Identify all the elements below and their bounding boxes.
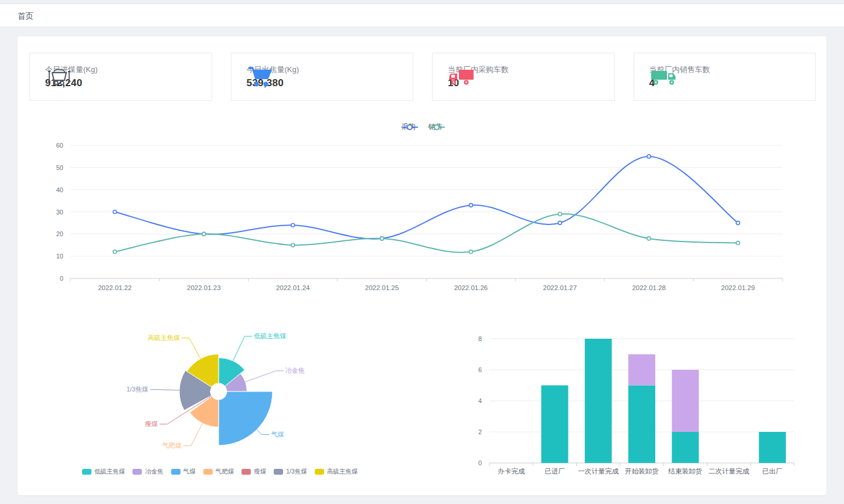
stat-cards-row: 今日进煤量(Kg) 912,240 今日出焦量(Kg) 539,380 [29, 53, 816, 101]
svg-text:1/3焦煤: 1/3焦煤 [127, 386, 148, 393]
legend-label: 高硫主焦煤 [327, 468, 358, 476]
svg-text:气肥煤: 气肥煤 [162, 442, 182, 449]
svg-text:2022.01.27: 2022.01.27 [543, 284, 577, 291]
purchase-sales-line-chart: 01020304050602022.01.222022.01.232022.01… [18, 135, 826, 299]
svg-text:高硫主焦煤: 高硫主焦煤 [148, 334, 180, 341]
svg-text:40: 40 [56, 186, 63, 193]
legend-label: 气肥煤 [216, 468, 234, 476]
pie-legend-item[interactable]: 低硫主焦煤 [82, 468, 125, 476]
svg-text:8: 8 [478, 335, 482, 342]
legend-swatch [82, 469, 91, 475]
legend-item-purchase[interactable]: 采购 [401, 122, 416, 132]
pie-legend-item[interactable]: 瘦煤 [241, 468, 266, 476]
svg-text:20: 20 [56, 230, 63, 237]
stat-card-sales-trucks: 当前厂内销售车数 4 [634, 53, 816, 101]
svg-text:2022.01.25: 2022.01.25 [365, 284, 399, 291]
legend-swatch [132, 469, 142, 475]
svg-text:50: 50 [56, 164, 63, 171]
breadcrumb[interactable]: 首页 [18, 11, 33, 22]
legend-label: 冶金焦 [145, 468, 164, 476]
coal-type-rose-chart: 低硫主焦煤冶金焦气煤气肥煤瘦煤1/3焦煤高硫主焦煤 [29, 297, 440, 467]
svg-text:一次计量完成: 一次计量完成 [578, 468, 619, 475]
svg-text:10: 10 [56, 253, 63, 260]
truck-inbound-icon [448, 66, 476, 87]
stat-card-coal-in: 今日进煤量(Kg) 912,240 [29, 53, 212, 101]
svg-text:0: 0 [60, 275, 63, 282]
legend-label: 瘦煤 [254, 468, 266, 476]
legend-item-sales[interactable]: 销售 [428, 122, 443, 132]
truck-outbound-icon [649, 66, 678, 87]
svg-text:30: 30 [56, 209, 63, 216]
svg-text:2022.01.26: 2022.01.26 [454, 284, 488, 291]
svg-text:已进厂: 已进厂 [544, 468, 565, 475]
svg-text:低硫主焦煤: 低硫主焦煤 [254, 332, 286, 339]
shopping-cart-icon [247, 65, 274, 88]
svg-text:2022.01.24: 2022.01.24 [276, 284, 310, 291]
svg-text:0: 0 [478, 459, 482, 466]
svg-text:2022.01.28: 2022.01.28 [632, 284, 666, 291]
svg-text:60: 60 [56, 142, 63, 149]
svg-text:2022.01.22: 2022.01.22 [98, 284, 132, 291]
legend-swatch [203, 469, 213, 475]
pie-chart-legend: 低硫主焦煤冶金焦气煤气肥煤瘦煤1/3焦煤高硫主焦煤 [29, 468, 410, 476]
legend-label: 1/3焦煤 [286, 468, 307, 476]
svg-text:二次计量完成: 二次计量完成 [709, 468, 750, 475]
stat-card-purchase-trucks: 当前厂内采购车数 10 [432, 53, 615, 101]
pie-legend-item[interactable]: 高硫主焦煤 [315, 468, 358, 476]
pie-legend-item[interactable]: 冶金焦 [132, 468, 164, 476]
svg-text:开始装卸货: 开始装卸货 [625, 468, 659, 475]
legend-swatch [274, 469, 283, 475]
breadcrumb-bar: 首页 [0, 4, 844, 26]
svg-text:4: 4 [478, 397, 482, 404]
legend-label: 气煤 [183, 468, 196, 476]
svg-text:已出厂: 已出厂 [763, 468, 783, 475]
svg-text:6: 6 [478, 366, 482, 373]
legend-label: 低硫主焦煤 [94, 468, 125, 476]
svg-text:冶金焦: 冶金焦 [285, 367, 305, 374]
svg-text:2: 2 [478, 428, 482, 435]
svg-text:气煤: 气煤 [271, 431, 284, 438]
svg-text:2022.01.29: 2022.01.29 [721, 284, 755, 291]
legend-swatch [315, 469, 324, 475]
stat-card-coke-out: 今日出焦量(Kg) 539,380 [231, 53, 414, 101]
svg-text:结束装卸货: 结束装卸货 [668, 468, 703, 475]
pie-legend-item[interactable]: 1/3焦煤 [274, 468, 307, 476]
mine-cart-icon [45, 65, 73, 88]
pie-legend-item[interactable]: 气肥煤 [203, 468, 234, 476]
legend-swatch [171, 469, 181, 475]
line-chart-legend: 采购 销售 [18, 122, 826, 132]
pie-legend-item[interactable]: 气煤 [171, 468, 196, 476]
line-series-symbol-icon [428, 124, 445, 131]
svg-text:2022.01.23: 2022.01.23 [187, 284, 221, 291]
line-series-symbol-icon [401, 124, 418, 131]
dashboard-panel: 今日进煤量(Kg) 912,240 今日出焦量(Kg) 539,380 [18, 36, 826, 495]
legend-swatch [241, 469, 251, 475]
svg-text:瘦煤: 瘦煤 [145, 420, 158, 427]
vehicle-status-bar-chart: 02468办卡完成已进厂一次计量完成开始装卸货结束装卸货二次计量完成已出厂 [463, 293, 826, 481]
svg-text:办卡完成: 办卡完成 [498, 468, 525, 475]
